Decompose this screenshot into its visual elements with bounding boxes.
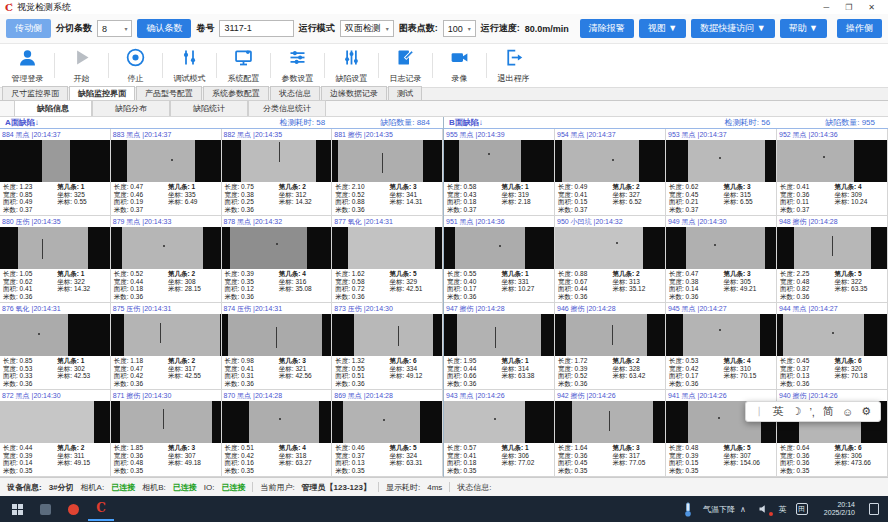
image-band xyxy=(777,140,854,182)
toolbar-button-tune[interactable]: 调试模式 xyxy=(166,44,213,87)
toolbar-button-params[interactable]: 参数设置 xyxy=(274,44,321,87)
toolbar-button-stop[interactable]: 停止 xyxy=(112,44,159,87)
defect-cell[interactable]: 875 压伤 |20:14:31长度: 1.18宽度: 0.47面积: 0.42… xyxy=(111,303,222,390)
metric-row: 第几条: 4 xyxy=(723,357,773,365)
ime-lang-en[interactable]: 英 xyxy=(773,404,784,419)
tab-1[interactable]: 尺寸监控界面 xyxy=(2,86,68,100)
defect-cell[interactable]: 953 黑点 |20:14:37长度: 0.62宽度: 0.45面积: 0.21… xyxy=(666,129,777,216)
defect-cell[interactable]: 946 擦伤 |20:14:28长度: 1.72宽度: 0.39面积: 0.52… xyxy=(555,303,666,390)
action-center-icon[interactable] xyxy=(869,503,879,515)
weather-text[interactable]: 气温下降 xyxy=(703,504,735,515)
ime-tray-icon[interactable]: 田 xyxy=(789,497,815,521)
defect-cell[interactable]: 881 擦伤 |20:14:35长度: 2.10宽度: 0.52面积: 0.88… xyxy=(332,129,443,216)
ime-toolbar[interactable]: 丨英☽’,简☺⚙ xyxy=(745,401,881,422)
operator-side-button[interactable]: 操作侧 xyxy=(837,19,882,38)
tab-2[interactable]: 缺陷监控界面 xyxy=(69,86,135,100)
metric-row: 米标: 6.55 xyxy=(723,198,773,206)
defect-cell[interactable]: 870 黑点 |20:14:28长度: 0.51宽度: 0.42面积: 0.16… xyxy=(222,390,333,477)
close-button[interactable]: ✕ xyxy=(868,3,875,12)
defect-cell[interactable]: 884 黑点 |20:14:37长度: 1.23宽度: 0.85面积: 0.49… xyxy=(0,129,111,216)
defect-cell[interactable]: 879 黑点 |20:14:33长度: 0.52宽度: 0.44面积: 0.18… xyxy=(111,216,222,303)
defect-cell[interactable]: 869 黑点 |20:14:28长度: 0.46宽度: 0.37面积: 0.13… xyxy=(332,390,443,477)
defect-cell[interactable]: 882 黑点 |20:14:35长度: 0.75宽度: 0.38面积: 0.25… xyxy=(222,129,333,216)
toolbar-button-play[interactable]: 开始 xyxy=(58,44,105,87)
defect-cell[interactable]: 871 擦伤 |20:14:30长度: 1.85宽度: 0.36面积: 0.48… xyxy=(111,390,222,477)
defect-cell[interactable]: 943 黑点 |20:14:26长度: 0.57宽度: 0.41面积: 0.18… xyxy=(444,390,555,477)
help-menu-button[interactable]: 帮助 ▼ xyxy=(780,19,827,38)
minimize-button[interactable]: ─ xyxy=(823,3,829,12)
defect-mark xyxy=(612,325,613,345)
roll-number-input[interactable]: 3117-1 xyxy=(219,20,293,37)
defect-image xyxy=(555,140,665,182)
metric-row: 第几条: 5 xyxy=(834,270,884,278)
split-count-select[interactable]: 8▾ xyxy=(97,20,132,37)
tab-5[interactable]: 状态信息 xyxy=(270,86,320,100)
defect-cell-header: 948 擦伤 |20:14:28 xyxy=(777,216,887,227)
toolbar-button-monitor[interactable]: 系统配置 xyxy=(220,44,267,87)
defect-cell[interactable]: 942 擦伤 |20:14:26长度: 1.64宽度: 0.36面积: 0.45… xyxy=(555,390,666,477)
toolbar-button-user[interactable]: 管理登录 xyxy=(4,44,51,87)
defect-cell[interactable]: 878 黑点 |20:14:32长度: 0.39宽度: 0.35面积: 0.12… xyxy=(222,216,333,303)
maximize-button[interactable]: ❐ xyxy=(845,3,852,12)
defect-cell[interactable]: 955 黑点 |20:14:39长度: 0.58宽度: 0.43面积: 0.18… xyxy=(444,129,555,216)
defect-cell-header: 883 黑点 |20:14:37 xyxy=(111,129,221,140)
defect-cell[interactable]: 950 小凹坑 |20:14:32长度: 0.88宽度: 0.67面积: 0.4… xyxy=(555,216,666,303)
subtab-2[interactable]: 缺陷分布 xyxy=(92,100,170,116)
defect-cell[interactable]: 877 氧化 |20:14:31长度: 1.62宽度: 0.58面积: 0.72… xyxy=(332,216,443,303)
subtab-3[interactable]: 缺陷统计 xyxy=(170,100,248,116)
defect-cell[interactable]: 948 擦伤 |20:14:28长度: 2.25宽度: 0.48面积: 0.82… xyxy=(777,216,888,303)
defect-cell[interactable]: 954 黑点 |20:14:37长度: 0.49宽度: 0.41面积: 0.15… xyxy=(555,129,666,216)
defect-cell[interactable]: 874 压伤 |20:14:31长度: 0.98宽度: 0.41面积: 0.31… xyxy=(222,303,333,390)
toolbar-button-camera[interactable]: 录像 xyxy=(436,44,483,87)
defect-cell[interactable]: 872 黑点 |20:14:30长度: 0.44宽度: 0.39面积: 0.14… xyxy=(0,390,111,477)
panel-title: A面缺陷↓ xyxy=(5,117,280,128)
start-button[interactable] xyxy=(4,497,30,521)
defect-meta-left: 长度: 1.62宽度: 0.58面积: 0.72米数: 0.36 xyxy=(335,270,389,301)
defect-cell[interactable]: 873 压伤 |20:14:30长度: 1.32宽度: 0.55面积: 0.51… xyxy=(332,303,443,390)
tab-4[interactable]: 系统参数配置 xyxy=(203,86,269,100)
toolbar-button-defect[interactable]: 缺陷设置 xyxy=(328,44,375,87)
detection-app-icon: C xyxy=(96,501,106,515)
view-menu-button[interactable]: 视图 ▼ xyxy=(639,19,686,38)
metric-row: 第几条: 1 xyxy=(501,444,551,452)
defect-cell[interactable]: 944 黑点 |20:14:27长度: 0.45宽度: 0.37面积: 0.13… xyxy=(777,303,888,390)
defect-cell[interactable]: 947 擦伤 |20:14:28长度: 1.95宽度: 0.44面积: 0.66… xyxy=(444,303,555,390)
ime-night-mode-icon[interactable]: ☽ xyxy=(792,405,802,418)
defect-image xyxy=(777,140,887,182)
ime-settings-icon[interactable]: ⚙ xyxy=(861,405,871,418)
defect-image xyxy=(332,227,442,269)
defect-cell[interactable]: 883 黑点 |20:14:37长度: 0.47宽度: 0.46面积: 0.19… xyxy=(111,129,222,216)
defect-cell[interactable]: 876 氧化 |20:14:31长度: 0.85宽度: 0.53面积: 0.33… xyxy=(0,303,111,390)
subtab-1[interactable]: 缺陷信息 xyxy=(14,100,92,116)
defect-cell[interactable]: 951 黑点 |20:14:36长度: 0.55宽度: 0.40面积: 0.17… xyxy=(444,216,555,303)
subtab-4[interactable]: 分类信息统计 xyxy=(248,100,326,116)
defect-cell[interactable]: 880 压伤 |20:14:35长度: 1.05宽度: 0.62面积: 0.41… xyxy=(0,216,111,303)
ime-logo-icon[interactable]: ’, xyxy=(809,406,815,418)
data-access-menu-button[interactable]: 数据快捷访问 ▼ xyxy=(691,19,774,38)
language-indicator[interactable]: 英 xyxy=(779,504,787,515)
taskbar-app-1[interactable] xyxy=(32,497,58,521)
toolbar-button-log[interactable]: 日志记录 xyxy=(382,44,429,87)
clear-alarm-button[interactable]: 清除报警 xyxy=(580,19,634,38)
tab-7[interactable]: 测试 xyxy=(388,86,422,100)
confirm-count-button[interactable]: 确认条数 xyxy=(137,19,191,38)
defect-cell[interactable]: 945 黑点 |20:14:27长度: 0.53宽度: 0.42面积: 0.17… xyxy=(666,303,777,390)
metric-row: 宽度: 0.48 xyxy=(780,278,834,286)
tab-6[interactable]: 边缘数据记录 xyxy=(321,86,387,100)
defect-cell[interactable]: 949 黑点 |20:14:30长度: 0.47宽度: 0.38面积: 0.14… xyxy=(666,216,777,303)
ime-emoji-icon[interactable]: ☺ xyxy=(842,406,853,418)
run-mode-select[interactable]: 双面检测▾ xyxy=(340,20,394,37)
taskbar-clock[interactable]: 20:14 2025/2/10 xyxy=(817,501,862,518)
taskbar-app-2[interactable] xyxy=(60,497,86,521)
defect-meta: 长度: 1.18宽度: 0.47面积: 0.42米数: 0.36第几条: 2坐标… xyxy=(111,356,221,389)
defect-cell[interactable]: 952 黑点 |20:14:36长度: 0.41宽度: 0.36面积: 0.11… xyxy=(777,129,888,216)
taskbar-app-detection[interactable]: C xyxy=(88,497,114,521)
image-band xyxy=(348,227,436,269)
tab-3[interactable]: 产品型号配置 xyxy=(136,86,202,100)
tray-expand-chevron[interactable]: ∧ xyxy=(737,505,749,514)
chart-points-select[interactable]: 100▾ xyxy=(443,20,476,37)
speaker-icon[interactable] xyxy=(751,497,777,521)
drive-side-button[interactable]: 传动侧 xyxy=(6,19,51,38)
ime-simplified[interactable]: 简 xyxy=(823,404,834,419)
toolbar-button-exit[interactable]: 退出程序 xyxy=(490,44,537,87)
